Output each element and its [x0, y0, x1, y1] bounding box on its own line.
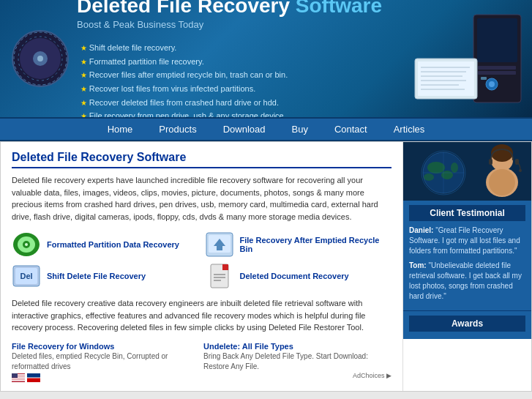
- header-computer-image: [408, 7, 525, 113]
- mid-text: Deleted file recovery creative data reco…: [12, 297, 391, 334]
- testimonial-daniel-author: Daniel:: [409, 226, 435, 234]
- testimonial-box: Client Testimonial Daniel: "Great File R…: [403, 201, 531, 310]
- document-link[interactable]: Deleted Document Recovery: [240, 272, 349, 280]
- formatted-partition-icon: [12, 231, 41, 257]
- svg-rect-14: [418, 61, 474, 96]
- recycle-link[interactable]: File Recovery After Emptied Recycle Bin: [240, 236, 392, 253]
- svg-rect-31: [222, 264, 228, 270]
- svg-point-61: [519, 169, 522, 172]
- awards-title: Awards: [409, 316, 525, 332]
- sidebar-image: [403, 142, 531, 201]
- nav-contact[interactable]: Contact: [321, 119, 381, 140]
- bottom-links: File Recovery for Windows Deleted files,…: [12, 341, 391, 382]
- testimonial-tom-author: Tom:: [409, 261, 428, 269]
- bottom-link-windows: File Recovery for Windows Deleted files,…: [12, 341, 200, 382]
- nav-products[interactable]: Products: [146, 119, 209, 140]
- feature-item-formatted: Formatted Partition Data Recovery: [12, 231, 199, 257]
- svg-point-48: [427, 162, 445, 174]
- adchoice: AdChoices ▶: [203, 372, 391, 379]
- svg-point-49: [441, 171, 453, 179]
- recycle-icon: [205, 231, 234, 257]
- undelete-link[interactable]: Undelete: All File Types: [203, 342, 293, 351]
- svg-point-3: [37, 56, 43, 61]
- svg-point-24: [25, 243, 28, 246]
- testimonial-tom: Tom: "Unbelievable deleted file retrieva…: [409, 261, 525, 302]
- svg-rect-12: [478, 71, 516, 75]
- nav-download[interactable]: Download: [210, 119, 279, 140]
- features-grid: Formatted Partition Data Recovery File R…: [12, 231, 391, 288]
- file-recovery-windows-link[interactable]: File Recovery for Windows: [12, 342, 115, 351]
- svg-rect-59: [489, 159, 492, 165]
- svg-rect-7: [477, 18, 517, 62]
- svg-rect-42: [27, 373, 40, 378]
- nav-articles[interactable]: Articles: [381, 119, 438, 140]
- undelete-desc: Bring Back Any Deleted File Type. Start …: [203, 351, 391, 372]
- header: Deleted File Recovery Software Boost & P…: [0, 0, 532, 117]
- svg-point-9: [489, 81, 495, 87]
- svg-text:Del: Del: [20, 272, 32, 280]
- svg-rect-41: [12, 373, 18, 378]
- svg-point-58: [491, 144, 513, 162]
- awards-box: Awards: [403, 310, 531, 339]
- feature-item-recycle: File Recovery After Emptied Recycle Bin: [205, 231, 392, 257]
- feature-item-document: Deleted Document Recovery: [205, 263, 392, 288]
- header-logo: [11, 29, 70, 88]
- document-icon: [205, 263, 234, 288]
- nav-home[interactable]: Home: [94, 119, 146, 140]
- page-title: Deleted File Recovery Software: [12, 151, 391, 168]
- file-recovery-windows-desc: Deleted files, emptied Recycle Bin, Corr…: [12, 351, 200, 372]
- content-wrapper: Deleted File Recovery Software Deleted f…: [0, 141, 532, 392]
- testimonial-daniel: Daniel: "Great File Recovery Software. I…: [409, 225, 525, 256]
- svg-rect-40: [12, 380, 25, 381]
- svg-rect-39: [12, 379, 25, 380]
- svg-point-50: [424, 174, 434, 181]
- svg-rect-10: [481, 77, 487, 80]
- sidebar: Client Testimonial Daniel: "Great File R…: [403, 142, 531, 391]
- title-deleted: Deleted: [77, 0, 151, 17]
- nav: Home Products Download Buy Contact Artic…: [0, 117, 532, 141]
- shift-delete-icon: Del: [12, 263, 41, 288]
- svg-rect-11: [478, 66, 516, 70]
- testimonial-title: Client Testimonial: [409, 205, 525, 221]
- shift-delete-link[interactable]: Shift Delete File Recovery: [47, 272, 146, 280]
- bottom-link-undelete: Undelete: All File Types Bring Back Any …: [203, 341, 391, 382]
- svg-point-51: [451, 163, 458, 173]
- flag-row: [12, 373, 200, 382]
- nav-buy[interactable]: Buy: [278, 119, 321, 140]
- feature-item-shift-delete: Del Shift Delete File Recovery: [12, 263, 199, 288]
- intro-text: Deleted file recovery experts have launc…: [12, 174, 391, 223]
- main-content: Deleted File Recovery Software Deleted f…: [1, 142, 403, 391]
- svg-rect-43: [27, 378, 40, 382]
- formatted-partition-link[interactable]: Formatted Partition Data Recovery: [47, 240, 179, 249]
- svg-point-57: [489, 169, 515, 195]
